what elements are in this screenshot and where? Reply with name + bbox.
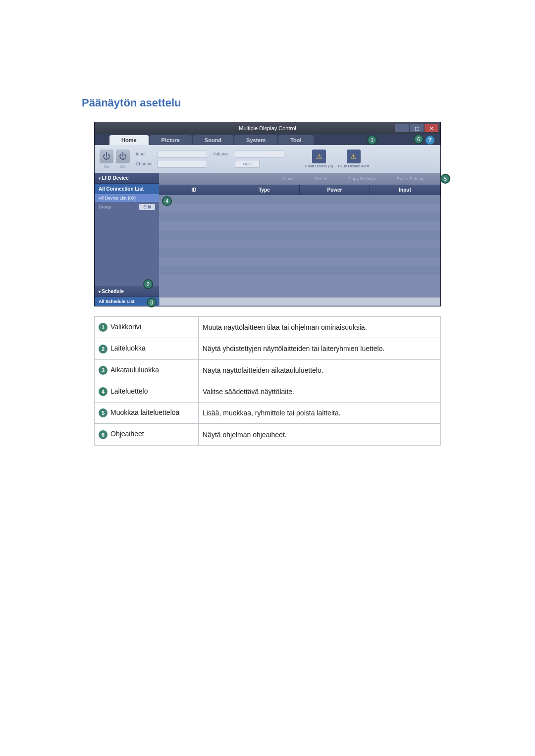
input-label: Input	[136, 151, 155, 156]
power-off-label: Off	[116, 164, 130, 169]
maximize-button[interactable]: ▢	[410, 124, 424, 132]
table-row	[159, 213, 440, 222]
desc-label-5: Muokkaa laiteluetteloa	[110, 408, 179, 416]
desc-text-5: Lisää, muokkaa, ryhmittele tai poista la…	[199, 403, 441, 424]
tab-sound[interactable]: Sound	[193, 135, 233, 145]
desc-row-5: 5Muokkaa laiteluetteloa Lisää, muokkaa, …	[95, 403, 441, 424]
input-select[interactable]	[158, 150, 207, 158]
channel-label: Channel	[136, 161, 155, 166]
power-on-button[interactable]: ⏻	[100, 150, 113, 163]
num-badge-5: 5	[99, 408, 107, 417]
desc-label-3: Aikataululuokka	[110, 366, 159, 374]
table-header: ID Type Power Input	[159, 185, 440, 195]
callout-5: 5	[440, 174, 450, 184]
copy-settings-button[interactable]: Copy Settings	[341, 175, 383, 182]
page-title: Päänäytön asettelu	[82, 97, 453, 109]
channel-select[interactable]	[158, 160, 207, 168]
window-titlebar: Multiple Display Control – ▢ ✕	[95, 122, 440, 134]
callout-6: 6	[414, 134, 424, 144]
window-title: Multiple Display Control	[239, 125, 296, 131]
desc-label-6: Ohjeaiheet	[110, 430, 144, 438]
sidebar-body: Group Edit 2	[95, 202, 159, 286]
move-button[interactable]: Move	[276, 175, 301, 182]
tab-picture[interactable]: Picture	[150, 135, 192, 145]
delete-button[interactable]: Delete	[308, 175, 334, 182]
fault-alert-label: Fault Device Alert	[338, 164, 369, 169]
tab-tool[interactable]: Tool	[278, 135, 313, 145]
power-on-label: On	[100, 164, 113, 169]
num-badge-3: 3	[99, 366, 107, 375]
sidebar: LFD Device All Connection List All Devic…	[95, 173, 159, 297]
help-icon[interactable]: ?	[426, 136, 434, 145]
desc-row-4: 4Laiteluettelo Valitse säädettävä näyttö…	[95, 381, 441, 402]
close-button[interactable]: ✕	[425, 124, 438, 132]
callout-4: 4	[162, 196, 172, 206]
desc-text-3: Näytä näyttölaitteiden aikataululuettelo…	[199, 359, 441, 381]
table-row	[159, 240, 440, 249]
tab-bar: Home Picture Sound System Tool 1 6 ?	[95, 134, 440, 145]
minimize-button[interactable]: –	[395, 124, 409, 132]
desc-text-2: Näytä yhdistettyjen näyttölaitteiden tai…	[199, 338, 441, 359]
table-row	[159, 257, 440, 266]
content-area: LFD Device All Connection List All Devic…	[95, 173, 440, 297]
table-row	[159, 204, 440, 213]
lfd-section[interactable]: LFD Device	[95, 173, 159, 184]
col-type[interactable]: Type	[229, 185, 300, 195]
num-badge-4: 4	[99, 387, 107, 396]
callout-1: 1	[367, 135, 377, 145]
edit-button[interactable]: Edit	[139, 204, 155, 210]
col-input[interactable]: Input	[370, 185, 440, 195]
ribbon-toolbar: ⏻ On ⏻ Off Input Channel Volume	[95, 145, 440, 173]
desc-text-6: Näytä ohjelman ohjeaiheet.	[199, 424, 441, 445]
paste-settings-button[interactable]: Paste Settings	[390, 175, 432, 182]
main-panel: Move Delete Copy Settings Paste Settings…	[159, 173, 440, 297]
desc-row-6: 6Ohjeaiheet Näytä ohjelman ohjeaiheet.	[95, 424, 441, 445]
desc-label-4: Laiteluettelo	[110, 387, 148, 395]
group-label: Group	[99, 204, 111, 209]
num-badge-6: 6	[99, 430, 107, 439]
window-controls: – ▢ ✕	[395, 124, 438, 132]
fault-alert-icon[interactable]: ⚠	[347, 150, 361, 163]
fault-device-icon[interactable]: ⚠	[312, 150, 326, 163]
device-table-body[interactable]: 4	[159, 195, 440, 297]
table-row	[159, 222, 440, 231]
description-table: 1Valikkorivi Muuta näyttölaitteen tilaa …	[94, 316, 441, 446]
col-power[interactable]: Power	[300, 185, 370, 195]
desc-label-1: Valikkorivi	[110, 323, 141, 331]
num-badge-1: 1	[99, 323, 107, 332]
table-row	[159, 275, 440, 284]
callout-3: 3	[147, 298, 157, 307]
volume-input[interactable]	[235, 150, 284, 158]
table-row	[159, 266, 440, 275]
app-screenshot: Multiple Display Control – ▢ ✕ Home Pict…	[94, 122, 441, 306]
num-badge-2: 2	[99, 345, 107, 353]
desc-row-2: 2Laiteluokka Näytä yhdistettyjen näyttöl…	[95, 338, 441, 359]
desc-row-3: 3Aikataululuokka Näytä näyttölaitteiden …	[95, 359, 441, 381]
schedule-footer: All Schedule List 3	[95, 297, 440, 306]
all-device-list[interactable]: All Device List (00)	[95, 194, 159, 202]
fault-device-label: Fault Device (0)	[305, 164, 333, 169]
table-row	[159, 231, 440, 240]
table-row	[159, 249, 440, 257]
tab-home[interactable]: Home	[109, 135, 149, 145]
desc-text-1: Muuta näyttölaitteen tilaa tai ohjelman …	[199, 317, 441, 338]
all-connection-list[interactable]: All Connection List	[95, 184, 159, 194]
mute-button[interactable]: Mute	[235, 160, 260, 168]
tab-system[interactable]: System	[234, 135, 277, 145]
desc-label-2: Laiteluokka	[110, 344, 146, 352]
callout-2: 2	[143, 279, 153, 289]
desc-text-4: Valitse säädettävä näyttölaite.	[199, 381, 441, 402]
col-id[interactable]: ID	[159, 185, 229, 195]
horizontal-scrollbar[interactable]	[159, 297, 440, 306]
desc-row-1: 1Valikkorivi Muuta näyttölaitteen tilaa …	[95, 317, 441, 338]
power-off-button[interactable]: ⏻	[116, 150, 130, 163]
list-toolbar: Move Delete Copy Settings Paste Settings…	[159, 173, 440, 185]
table-row	[159, 195, 440, 204]
volume-label: Volume	[213, 151, 232, 156]
